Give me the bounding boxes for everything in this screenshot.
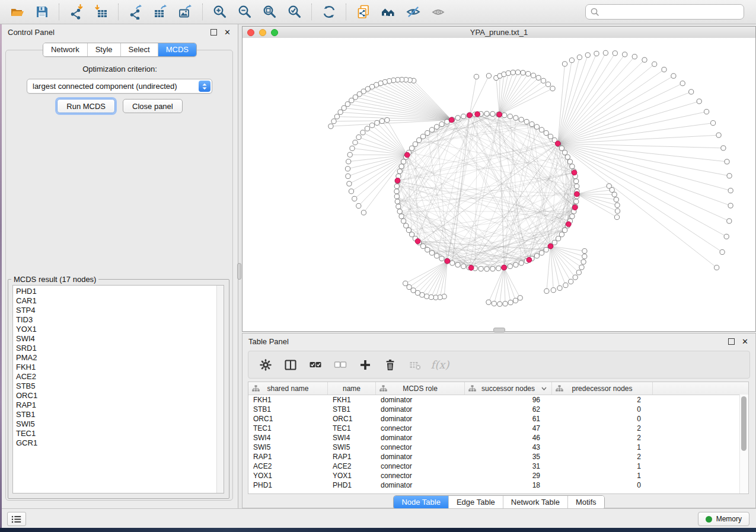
automation-panel-button[interactable] <box>7 512 26 526</box>
mcds-result-item[interactable]: SWI4 <box>16 334 224 344</box>
mcds-result-item[interactable]: ORC1 <box>16 391 224 400</box>
table-scrollbar-thumb[interactable] <box>741 396 747 451</box>
mcds-result-item[interactable]: STP4 <box>16 306 224 315</box>
network-canvas[interactable] <box>243 38 755 331</box>
mcds-result-item[interactable]: STB5 <box>16 382 224 391</box>
first-neighbors-button[interactable] <box>379 2 398 21</box>
mcds-result-item[interactable]: PHD1 <box>16 287 224 296</box>
table-row[interactable]: SWI5SWI5connector431 <box>248 443 748 452</box>
mcds-result-item[interactable]: TEC1 <box>16 429 224 438</box>
mcds-result-item[interactable]: GCR1 <box>16 438 224 448</box>
mcds-result-item[interactable]: ACE2 <box>16 372 224 382</box>
import-network-button[interactable] <box>67 2 86 21</box>
memory-button[interactable]: Memory <box>698 512 749 526</box>
cell: FKH1 <box>248 395 328 405</box>
cell: PHD1 <box>248 480 328 490</box>
cell: connector <box>376 424 465 433</box>
deselect-all-button[interactable] <box>330 355 350 375</box>
mcds-result-item[interactable]: RAP1 <box>16 400 224 410</box>
zoom-selected-button[interactable] <box>285 2 304 21</box>
table-row[interactable]: RAP1RAP1dominator352 <box>248 452 748 462</box>
delete-table-icon <box>409 358 422 371</box>
column-header-successor-nodes[interactable]: successor nodes <box>465 382 552 395</box>
splitter-handle-bottom[interactable] <box>493 328 505 332</box>
table-row[interactable]: TEC1TEC1connector472 <box>248 424 748 433</box>
select-all-button[interactable] <box>305 355 326 375</box>
table-row[interactable]: YOX1YOX1connector291 <box>248 471 748 480</box>
splitter-handle-left[interactable] <box>237 263 241 280</box>
mcds-result-list[interactable]: PHD1CAR1STP4TID3YOX1SWI4SRD1PMA2FKH1ACE2… <box>12 285 224 493</box>
mcds-result-item[interactable]: CAR1 <box>16 296 224 306</box>
main-toolbar <box>0 0 756 24</box>
close-panel-icon[interactable]: ✕ <box>224 30 231 35</box>
column-header-predecessor-nodes[interactable]: predecessor nodes <box>552 382 653 395</box>
run-mcds-button[interactable]: Run MCDS <box>57 99 115 113</box>
search-input[interactable] <box>603 7 739 17</box>
close-table-panel-icon[interactable]: ✕ <box>742 339 748 344</box>
toolbar-separator <box>311 4 312 20</box>
show-all-button[interactable] <box>429 2 448 21</box>
network-window-titlebar[interactable]: YPA_prune.txt_1 <box>243 27 755 39</box>
delete-row-button[interactable] <box>380 355 400 375</box>
tab-edge-table[interactable]: Edge Table <box>448 496 503 509</box>
columns-button[interactable] <box>280 355 301 375</box>
close-panel-button[interactable]: Close panel <box>123 99 183 113</box>
gear-button[interactable] <box>256 355 276 375</box>
cell: FKH1 <box>328 395 376 405</box>
mcds-result-scrollbar[interactable] <box>216 286 224 493</box>
column-header-shared-name[interactable]: shared name <box>248 382 328 395</box>
zoom-out-button[interactable] <box>235 2 254 21</box>
table-toolbar: f(x) <box>248 351 750 379</box>
table-row[interactable]: FKH1FKH1dominator962 <box>248 395 748 405</box>
mcds-result-item[interactable]: SRD1 <box>16 344 224 353</box>
table-row[interactable]: ACE2ACE2connector311 <box>248 462 748 471</box>
tab-node-table[interactable]: Node Table <box>394 496 448 509</box>
tab-motifs[interactable]: Motifs <box>567 496 604 509</box>
table-row[interactable]: PHD1PHD1dominator180 <box>248 480 748 490</box>
apply-layout-icon <box>321 4 337 20</box>
float-panel-icon[interactable] <box>210 29 217 36</box>
network-graph[interactable] <box>243 38 755 331</box>
mcds-result-item[interactable]: TID3 <box>16 315 224 325</box>
mcds-result-item[interactable]: PMA2 <box>16 353 224 363</box>
control-panel-tabs: NetworkStyleSelectMCDS <box>43 43 197 57</box>
table-row[interactable]: ORC1ORC1dominator610 <box>248 414 748 424</box>
import-table-icon <box>94 4 109 20</box>
column-label: successor nodes <box>481 384 535 393</box>
apply-layout-button[interactable] <box>320 2 339 21</box>
export-image-button[interactable] <box>176 2 195 21</box>
tab-mcds[interactable]: MCDS <box>158 43 196 56</box>
tab-network[interactable]: Network <box>43 43 87 56</box>
column-header-filler <box>653 382 748 395</box>
optimization-criterion-select[interactable]: largest connected component (undirected) <box>27 79 212 94</box>
cell: 1 <box>552 471 653 480</box>
import-table-button[interactable] <box>92 2 111 21</box>
new-network-from-selection-button[interactable] <box>354 2 373 21</box>
cell: TEC1 <box>248 424 328 433</box>
save-session-button[interactable] <box>33 2 52 21</box>
mcds-result-item[interactable]: YOX1 <box>16 325 224 334</box>
add-row-button[interactable] <box>355 355 375 375</box>
hide-selected-button[interactable] <box>404 2 423 21</box>
zoom-in-button[interactable] <box>210 2 229 21</box>
float-table-panel-icon[interactable] <box>728 338 735 345</box>
tab-select[interactable]: Select <box>120 43 158 56</box>
tab-style[interactable]: Style <box>87 43 120 56</box>
search-box[interactable] <box>585 4 744 20</box>
mcds-result-item[interactable]: STB1 <box>16 410 224 419</box>
zoom-fit-button[interactable] <box>260 2 279 21</box>
table-row[interactable]: SWI4SWI4dominator462 <box>248 433 748 443</box>
mcds-result-item[interactable]: SWI5 <box>16 419 224 429</box>
table-scrollbar[interactable] <box>739 395 748 493</box>
column-label: shared name <box>267 384 308 393</box>
column-header-MCDS-role[interactable]: MCDS role <box>376 382 465 395</box>
mcds-result-item[interactable]: FKH1 <box>16 363 224 372</box>
export-network-button[interactable] <box>126 2 145 21</box>
node-table: shared namenameMCDS rolesuccessor nodesp… <box>248 382 749 494</box>
export-table-button[interactable] <box>151 2 170 21</box>
tab-network-table[interactable]: Network Table <box>503 496 567 509</box>
columns-icon <box>284 358 297 371</box>
column-header-name[interactable]: name <box>328 382 376 395</box>
open-session-button[interactable] <box>8 2 27 21</box>
table-row[interactable]: STB1STB1dominator620 <box>248 405 748 414</box>
